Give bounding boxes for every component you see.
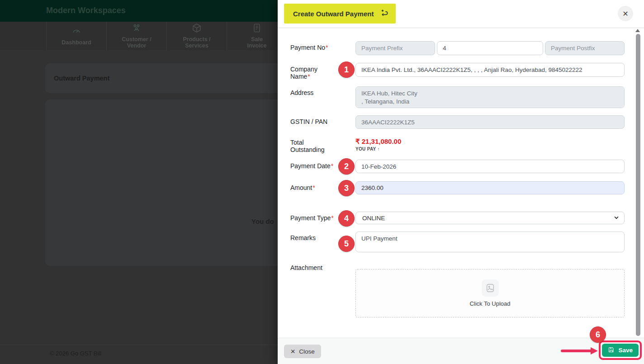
total-outstanding-label: Total Outstanding — [290, 136, 337, 153]
package-icon — [191, 23, 202, 35]
payment-type-row: Payment Type* 4 ONLINE — [290, 212, 625, 227]
upload-text: Click To Upload — [469, 300, 510, 307]
step-badge-1: 1 — [338, 61, 355, 78]
address-label: Address — [290, 86, 337, 96]
remarks-label: Remarks — [290, 232, 337, 241]
attachment-label: Attachment — [290, 261, 337, 271]
close-icon: ✕ — [290, 348, 295, 355]
you-pay-indicator: YOU PAY ↑ — [355, 147, 625, 151]
company-name-label: Company Name* — [290, 63, 337, 80]
payment-postfix-input[interactable] — [545, 41, 625, 55]
company-name-row: Company Name* 1 — [290, 63, 625, 80]
payment-no-label: Payment No* — [290, 41, 337, 51]
modal-title-highlight: Create Outward Payment — [284, 4, 396, 24]
amount-input[interactable] — [355, 181, 625, 194]
payment-date-row: Payment Date* 2 — [290, 160, 625, 175]
chevron-down-icon — [613, 214, 620, 222]
nav-tab-label: Customer / Vendor — [112, 37, 161, 49]
save-button[interactable]: Save — [602, 344, 639, 357]
payment-date-input[interactable] — [355, 160, 625, 173]
payment-no-row: Payment No* — [290, 41, 625, 55]
copyright-text: © 2026 Go GST Bill — [50, 350, 101, 357]
nav-tab-customer-vendor[interactable]: Customer / Vendor — [107, 22, 167, 50]
step-badge-4: 4 — [338, 210, 355, 227]
address-textarea[interactable]: IKEA Hub, Hitec City , Telangana, India — [355, 86, 625, 108]
close-icon: ✕ — [622, 9, 628, 18]
gstin-pan-input[interactable] — [355, 115, 625, 129]
scrollbar-up-arrow-icon[interactable] — [635, 29, 640, 32]
empty-state-text: You do — [251, 217, 274, 225]
remarks-textarea[interactable]: UPI Payment — [355, 232, 625, 252]
payment-number-input[interactable] — [437, 41, 543, 55]
modal-header: Create Outward Payment ✕ — [278, 0, 644, 28]
payment-date-label: Payment Date* — [290, 160, 337, 170]
save-icon — [608, 346, 615, 355]
total-outstanding-row: Total Outstanding ₹ 21,31,080.00 YOU PAY… — [290, 136, 625, 153]
invoice-icon — [251, 23, 262, 35]
payment-type-value: ONLINE — [362, 215, 385, 222]
nav-tab-products-services[interactable]: Products / Services — [167, 22, 227, 50]
attachment-upload-dropzone[interactable]: Click To Upload — [355, 269, 625, 317]
page-title: Outward Payment — [54, 75, 109, 82]
nav-tab-label: Products / Services — [172, 37, 222, 49]
modal-close-button[interactable]: ✕ — [618, 6, 633, 21]
create-outward-payment-modal: Create Outward Payment ✕ Payment No* Com… — [278, 0, 644, 364]
step-badge-2: 2 — [338, 158, 355, 175]
people-icon — [131, 23, 142, 35]
up-arrow-icon: ↑ — [377, 147, 379, 151]
amount-label: Amount* — [290, 181, 337, 191]
amount-row: Amount* 3 — [290, 181, 625, 196]
remarks-row: Remarks 5 UPI Payment — [290, 232, 625, 252]
close-button[interactable]: ✕ Close — [284, 345, 321, 358]
gstin-pan-label: GSTIN / PAN — [290, 115, 337, 125]
nav-tab-label: Dashboard — [62, 40, 91, 46]
scrollbar-thumb[interactable] — [636, 34, 640, 336]
reset-icon[interactable] — [380, 9, 388, 19]
step-badge-6: 6 — [590, 326, 606, 343]
image-icon — [482, 279, 499, 297]
gauge-icon — [71, 26, 82, 38]
payment-type-label: Payment Type* — [290, 212, 337, 222]
annotation-highlight-box: Save — [599, 340, 642, 360]
address-row: Address IKEA Hub, Hitec City , Telangana… — [290, 86, 625, 108]
modal-title: Create Outward Payment — [293, 10, 374, 18]
outstanding-amount: ₹ 21,31,080.00 — [355, 136, 625, 146]
nav-logo-cell — [0, 22, 47, 50]
payment-type-select[interactable]: ONLINE — [355, 212, 625, 224]
app-title: Modern Workspaces — [46, 6, 126, 15]
nav-tab-dashboard[interactable]: Dashboard — [47, 22, 107, 50]
company-name-input[interactable] — [355, 63, 625, 77]
payment-prefix-input[interactable] — [355, 41, 435, 55]
nav-tab-label: Sale Invoice — [243, 37, 271, 49]
attachment-row: Attachment Click To Upload — [290, 261, 625, 317]
annotation-arrow — [561, 347, 601, 355]
step-badge-5: 5 — [338, 236, 355, 252]
step-badge-3: 3 — [338, 180, 355, 196]
gstin-pan-row: GSTIN / PAN — [290, 115, 625, 129]
